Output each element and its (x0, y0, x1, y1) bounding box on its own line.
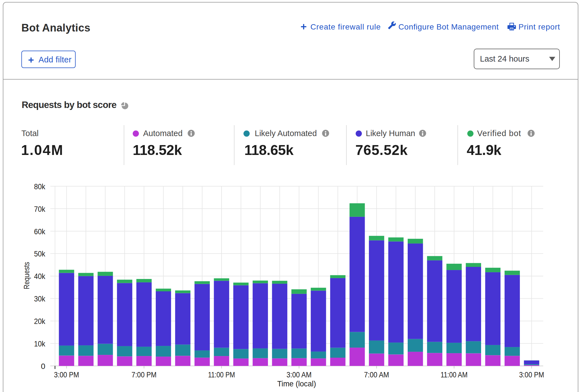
svg-text:11:00 AM: 11:00 AM (441, 370, 468, 379)
svg-text:3:00 PM: 3:00 PM (54, 370, 79, 379)
svg-text:30k: 30k (34, 294, 46, 303)
svg-text:7:00 AM: 7:00 AM (364, 370, 389, 379)
svg-text:7:00 PM: 7:00 PM (132, 370, 157, 379)
svg-text:60k: 60k (34, 227, 46, 236)
svg-text:11:00 PM: 11:00 PM (208, 370, 235, 379)
svg-text:0: 0 (41, 362, 45, 371)
svg-text:20k: 20k (34, 317, 46, 326)
svg-text:Requests: Requests (22, 262, 31, 289)
svg-text:3:00 PM: 3:00 PM (519, 370, 544, 379)
svg-text:70k: 70k (34, 205, 46, 213)
svg-text:50k: 50k (34, 249, 46, 258)
svg-text:Time (local): Time (local) (277, 379, 316, 388)
svg-text:40k: 40k (34, 272, 46, 281)
svg-text:80k: 80k (34, 182, 46, 191)
svg-text:3:00 AM: 3:00 AM (287, 370, 312, 379)
svg-text:10k: 10k (34, 339, 46, 348)
